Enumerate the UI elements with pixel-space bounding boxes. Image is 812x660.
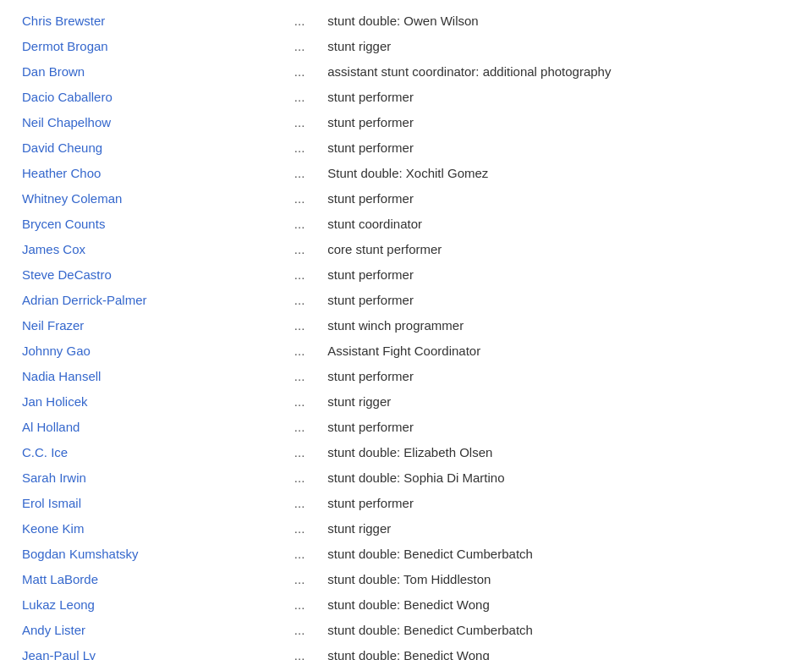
table-row: Matt LaBorde...stunt double: Tom Hiddles…	[17, 567, 795, 592]
separator-dots: ...	[289, 212, 322, 237]
separator-dots: ...	[289, 161, 322, 186]
table-row: Lukaz Leong...stunt double: Benedict Won…	[17, 592, 795, 618]
cast-role: stunt performer	[322, 262, 795, 288]
cast-name[interactable]: Whitney Coleman	[17, 186, 289, 212]
cast-role: stunt double: Benedict Cumberbatch	[322, 618, 795, 643]
cast-role: stunt coordinator	[322, 212, 795, 237]
cast-name[interactable]: Neil Chapelhow	[17, 110, 289, 135]
cast-role: stunt performer	[322, 415, 795, 440]
table-row: David Cheung...stunt performer	[17, 135, 795, 161]
cast-role: stunt double: Benedict Cumberbatch	[322, 542, 795, 567]
cast-role: stunt performer	[322, 85, 795, 110]
cast-role: Assistant Fight Coordinator	[322, 338, 795, 364]
cast-role: stunt double: Elizabeth Olsen	[322, 440, 795, 465]
separator-dots: ...	[289, 415, 322, 440]
separator-dots: ...	[289, 465, 322, 491]
cast-name[interactable]: Steve DeCastro	[17, 262, 289, 288]
cast-name[interactable]: Nadia Hansell	[17, 364, 289, 389]
table-row: Whitney Coleman...stunt performer	[17, 186, 795, 212]
cast-name[interactable]: Adrian Derrick-Palmer	[17, 288, 289, 313]
separator-dots: ...	[289, 440, 322, 465]
cast-role: core stunt performer	[322, 237, 795, 262]
table-row: James Cox...core stunt performer	[17, 237, 795, 262]
cast-role: stunt performer	[322, 364, 795, 389]
separator-dots: ...	[289, 618, 322, 643]
separator-dots: ...	[289, 491, 322, 516]
separator-dots: ...	[289, 34, 322, 59]
cast-role: stunt performer	[322, 186, 795, 212]
table-row: Neil Chapelhow...stunt performer	[17, 110, 795, 135]
table-row: Steve DeCastro...stunt performer	[17, 262, 795, 288]
cast-role: stunt double: Tom Hiddleston	[322, 567, 795, 592]
separator-dots: ...	[289, 59, 322, 85]
cast-name[interactable]: Jean-Paul Ly	[17, 643, 289, 660]
cast-role: assistant stunt coordinator: additional …	[322, 59, 795, 85]
cast-role: stunt rigger	[322, 34, 795, 59]
table-row: Nadia Hansell...stunt performer	[17, 364, 795, 389]
table-row: Dermot Brogan...stunt rigger	[17, 34, 795, 59]
cast-name[interactable]: C.C. Ice	[17, 440, 289, 465]
cast-name[interactable]: Brycen Counts	[17, 212, 289, 237]
separator-dots: ...	[289, 542, 322, 567]
cast-role: stunt rigger	[322, 516, 795, 542]
table-row: Al Holland...stunt performer	[17, 415, 795, 440]
table-row: Chris Brewster...stunt double: Owen Wils…	[17, 8, 795, 34]
cast-role: stunt rigger	[322, 389, 795, 415]
table-row: Adrian Derrick-Palmer...stunt performer	[17, 288, 795, 313]
separator-dots: ...	[289, 364, 322, 389]
cast-name[interactable]: Chris Brewster	[17, 8, 289, 34]
table-row: C.C. Ice...stunt double: Elizabeth Olsen	[17, 440, 795, 465]
separator-dots: ...	[289, 567, 322, 592]
separator-dots: ...	[289, 516, 322, 542]
separator-dots: ...	[289, 313, 322, 338]
cast-role: stunt performer	[322, 491, 795, 516]
separator-dots: ...	[289, 85, 322, 110]
cast-name[interactable]: Keone Kim	[17, 516, 289, 542]
cast-name[interactable]: Dan Brown	[17, 59, 289, 85]
cast-role: stunt performer	[322, 110, 795, 135]
cast-name[interactable]: Matt LaBorde	[17, 567, 289, 592]
separator-dots: ...	[289, 186, 322, 212]
cast-table: Chris Brewster...stunt double: Owen Wils…	[17, 8, 795, 660]
cast-name[interactable]: Bogdan Kumshatsky	[17, 542, 289, 567]
cast-name[interactable]: Heather Choo	[17, 161, 289, 186]
table-row: Jan Holicek...stunt rigger	[17, 389, 795, 415]
cast-name[interactable]: Al Holland	[17, 415, 289, 440]
cast-name[interactable]: James Cox	[17, 237, 289, 262]
table-row: Bogdan Kumshatsky...stunt double: Benedi…	[17, 542, 795, 567]
separator-dots: ...	[289, 288, 322, 313]
separator-dots: ...	[289, 592, 322, 618]
cast-role: stunt performer	[322, 288, 795, 313]
cast-name[interactable]: Johnny Gao	[17, 338, 289, 364]
table-row: Heather Choo...Stunt double: Xochitl Gom…	[17, 161, 795, 186]
cast-role: stunt double: Benedict Wong	[322, 643, 795, 660]
separator-dots: ...	[289, 262, 322, 288]
separator-dots: ...	[289, 8, 322, 34]
table-row: Keone Kim...stunt rigger	[17, 516, 795, 542]
cast-name[interactable]: Dermot Brogan	[17, 34, 289, 59]
cast-name[interactable]: Andy Lister	[17, 618, 289, 643]
separator-dots: ...	[289, 237, 322, 262]
separator-dots: ...	[289, 135, 322, 161]
separator-dots: ...	[289, 643, 322, 660]
table-row: Erol Ismail...stunt performer	[17, 491, 795, 516]
cast-role: stunt double: Owen Wilson	[322, 8, 795, 34]
table-row: Sarah Irwin...stunt double: Sophia Di Ma…	[17, 465, 795, 491]
cast-name[interactable]: Sarah Irwin	[17, 465, 289, 491]
separator-dots: ...	[289, 338, 322, 364]
table-row: Andy Lister...stunt double: Benedict Cum…	[17, 618, 795, 643]
cast-name[interactable]: Neil Frazer	[17, 313, 289, 338]
cast-name[interactable]: Lukaz Leong	[17, 592, 289, 618]
cast-role: stunt double: Benedict Wong	[322, 592, 795, 618]
table-row: Neil Frazer...stunt winch programmer	[17, 313, 795, 338]
table-row: Dacio Caballero...stunt performer	[17, 85, 795, 110]
cast-role: stunt winch programmer	[322, 313, 795, 338]
table-row: Brycen Counts...stunt coordinator	[17, 212, 795, 237]
cast-name[interactable]: Erol Ismail	[17, 491, 289, 516]
cast-role: stunt performer	[322, 135, 795, 161]
cast-name[interactable]: David Cheung	[17, 135, 289, 161]
table-row: Jean-Paul Ly...stunt double: Benedict Wo…	[17, 643, 795, 660]
cast-name[interactable]: Dacio Caballero	[17, 85, 289, 110]
cast-name[interactable]: Jan Holicek	[17, 389, 289, 415]
separator-dots: ...	[289, 389, 322, 415]
